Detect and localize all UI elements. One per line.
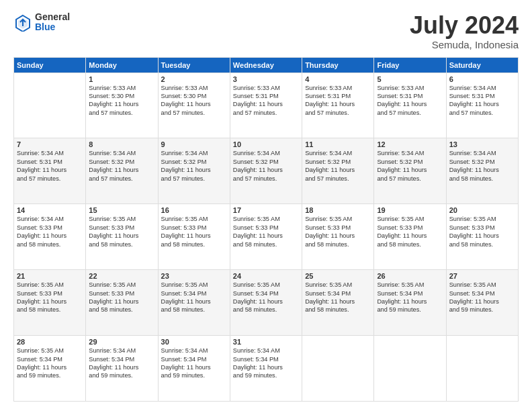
day-number: 5	[377, 75, 443, 83]
table-row: 13Sunrise: 5:34 AM Sunset: 5:32 PM Dayli…	[446, 138, 518, 204]
title-block: July 2024 Semuda, Indonesia	[410, 12, 519, 50]
calendar-header-row: Sunday Monday Tuesday Wednesday Thursday…	[14, 57, 519, 73]
day-number: 22	[89, 272, 154, 280]
table-row: 26Sunrise: 5:35 AM Sunset: 5:34 PM Dayli…	[374, 270, 446, 336]
logo-text: General Blue	[35, 12, 70, 33]
table-row: 17Sunrise: 5:35 AM Sunset: 5:33 PM Dayli…	[230, 204, 302, 270]
day-number: 10	[233, 140, 299, 148]
day-info: Sunrise: 5:35 AM Sunset: 5:33 PM Dayligh…	[89, 215, 154, 248]
col-thursday: Thursday	[302, 57, 374, 73]
day-number: 31	[233, 338, 299, 346]
table-row: 20Sunrise: 5:35 AM Sunset: 5:33 PM Dayli…	[446, 204, 518, 270]
day-info: Sunrise: 5:34 AM Sunset: 5:32 PM Dayligh…	[161, 149, 227, 183]
table-row: 9Sunrise: 5:34 AM Sunset: 5:32 PM Daylig…	[158, 138, 230, 204]
day-number: 8	[89, 140, 154, 148]
day-number: 18	[305, 206, 371, 214]
logo-icon	[13, 13, 32, 32]
day-number: 21	[17, 272, 83, 280]
calendar-week-1: 1Sunrise: 5:33 AM Sunset: 5:30 PM Daylig…	[14, 73, 519, 138]
day-info: Sunrise: 5:35 AM Sunset: 5:33 PM Dayligh…	[377, 215, 443, 248]
day-number: 25	[305, 272, 371, 280]
table-row: 16Sunrise: 5:35 AM Sunset: 5:33 PM Dayli…	[158, 204, 230, 270]
day-info: Sunrise: 5:34 AM Sunset: 5:31 PM Dayligh…	[449, 84, 515, 118]
table-row: 30Sunrise: 5:34 AM Sunset: 5:34 PM Dayli…	[158, 336, 230, 402]
day-info: Sunrise: 5:35 AM Sunset: 5:33 PM Dayligh…	[449, 215, 515, 248]
day-info: Sunrise: 5:35 AM Sunset: 5:34 PM Dayligh…	[377, 281, 443, 314]
day-info: Sunrise: 5:33 AM Sunset: 5:30 PM Dayligh…	[89, 84, 154, 118]
table-row: 7Sunrise: 5:34 AM Sunset: 5:31 PM Daylig…	[14, 138, 86, 204]
table-row: 6Sunrise: 5:34 AM Sunset: 5:31 PM Daylig…	[446, 73, 518, 138]
day-info: Sunrise: 5:35 AM Sunset: 5:34 PM Dayligh…	[161, 281, 227, 314]
col-sunday: Sunday	[14, 57, 86, 73]
table-row: 15Sunrise: 5:35 AM Sunset: 5:33 PM Dayli…	[86, 204, 158, 270]
table-row: 28Sunrise: 5:35 AM Sunset: 5:34 PM Dayli…	[14, 336, 86, 402]
calendar-week-3: 14Sunrise: 5:34 AM Sunset: 5:33 PM Dayli…	[14, 204, 519, 270]
table-row: 21Sunrise: 5:35 AM Sunset: 5:33 PM Dayli…	[14, 270, 86, 336]
day-info: Sunrise: 5:33 AM Sunset: 5:31 PM Dayligh…	[233, 84, 299, 118]
table-row: 12Sunrise: 5:34 AM Sunset: 5:32 PM Dayli…	[374, 138, 446, 204]
table-row: 31Sunrise: 5:34 AM Sunset: 5:34 PM Dayli…	[230, 336, 302, 402]
table-row: 1Sunrise: 5:33 AM Sunset: 5:30 PM Daylig…	[86, 73, 158, 138]
day-number: 3	[233, 75, 299, 83]
table-row: 24Sunrise: 5:35 AM Sunset: 5:34 PM Dayli…	[230, 270, 302, 336]
day-info: Sunrise: 5:35 AM Sunset: 5:33 PM Dayligh…	[89, 281, 154, 314]
table-row: 18Sunrise: 5:35 AM Sunset: 5:33 PM Dayli…	[302, 204, 374, 270]
day-info: Sunrise: 5:34 AM Sunset: 5:31 PM Dayligh…	[17, 149, 83, 183]
location-subtitle: Semuda, Indonesia	[410, 39, 519, 50]
day-number: 11	[305, 140, 371, 148]
table-row: 11Sunrise: 5:34 AM Sunset: 5:32 PM Dayli…	[302, 138, 374, 204]
day-number: 19	[377, 206, 443, 214]
calendar-week-5: 28Sunrise: 5:35 AM Sunset: 5:34 PM Dayli…	[14, 336, 519, 402]
day-info: Sunrise: 5:35 AM Sunset: 5:33 PM Dayligh…	[305, 215, 371, 248]
calendar-table: Sunday Monday Tuesday Wednesday Thursday…	[13, 57, 519, 402]
col-tuesday: Tuesday	[158, 57, 230, 73]
day-info: Sunrise: 5:35 AM Sunset: 5:34 PM Dayligh…	[449, 281, 515, 314]
day-info: Sunrise: 5:34 AM Sunset: 5:32 PM Dayligh…	[233, 149, 299, 183]
day-number: 24	[233, 272, 299, 280]
table-row: 3Sunrise: 5:33 AM Sunset: 5:31 PM Daylig…	[230, 73, 302, 138]
col-friday: Friday	[374, 57, 446, 73]
day-info: Sunrise: 5:34 AM Sunset: 5:34 PM Dayligh…	[161, 347, 227, 380]
day-info: Sunrise: 5:34 AM Sunset: 5:33 PM Dayligh…	[17, 215, 83, 248]
day-number: 27	[449, 272, 515, 280]
table-row: 19Sunrise: 5:35 AM Sunset: 5:33 PM Dayli…	[374, 204, 446, 270]
header: General Blue July 2024 Semuda, Indonesia	[13, 12, 519, 50]
day-number: 4	[305, 75, 371, 83]
day-info: Sunrise: 5:33 AM Sunset: 5:31 PM Dayligh…	[305, 84, 371, 118]
day-info: Sunrise: 5:35 AM Sunset: 5:34 PM Dayligh…	[233, 281, 299, 314]
table-row: 10Sunrise: 5:34 AM Sunset: 5:32 PM Dayli…	[230, 138, 302, 204]
day-number: 1	[89, 75, 154, 83]
table-row: 29Sunrise: 5:34 AM Sunset: 5:34 PM Dayli…	[86, 336, 158, 402]
day-info: Sunrise: 5:34 AM Sunset: 5:32 PM Dayligh…	[305, 149, 371, 183]
day-number: 28	[17, 338, 83, 346]
table-row: 14Sunrise: 5:34 AM Sunset: 5:33 PM Dayli…	[14, 204, 86, 270]
col-saturday: Saturday	[446, 57, 518, 73]
day-number: 29	[89, 338, 154, 346]
day-number: 20	[449, 206, 515, 214]
table-row	[14, 73, 86, 138]
day-info: Sunrise: 5:34 AM Sunset: 5:34 PM Dayligh…	[233, 347, 299, 380]
day-number: 26	[377, 272, 443, 280]
table-row: 8Sunrise: 5:34 AM Sunset: 5:32 PM Daylig…	[86, 138, 158, 204]
page: General Blue July 2024 Semuda, Indonesia…	[0, 0, 532, 411]
day-info: Sunrise: 5:35 AM Sunset: 5:34 PM Dayligh…	[305, 281, 371, 314]
table-row: 25Sunrise: 5:35 AM Sunset: 5:34 PM Dayli…	[302, 270, 374, 336]
table-row: 22Sunrise: 5:35 AM Sunset: 5:33 PM Dayli…	[86, 270, 158, 336]
day-number: 15	[89, 206, 154, 214]
col-wednesday: Wednesday	[230, 57, 302, 73]
day-info: Sunrise: 5:35 AM Sunset: 5:33 PM Dayligh…	[233, 215, 299, 248]
table-row: 5Sunrise: 5:33 AM Sunset: 5:31 PM Daylig…	[374, 73, 446, 138]
day-number: 7	[17, 140, 83, 148]
day-info: Sunrise: 5:35 AM Sunset: 5:34 PM Dayligh…	[17, 347, 83, 380]
day-info: Sunrise: 5:34 AM Sunset: 5:32 PM Dayligh…	[89, 149, 154, 183]
logo: General Blue	[13, 12, 70, 33]
day-number: 9	[161, 140, 227, 148]
table-row: 27Sunrise: 5:35 AM Sunset: 5:34 PM Dayli…	[446, 270, 518, 336]
day-info: Sunrise: 5:34 AM Sunset: 5:32 PM Dayligh…	[377, 149, 443, 183]
col-monday: Monday	[86, 57, 158, 73]
table-row	[446, 336, 518, 402]
day-number: 16	[161, 206, 227, 214]
day-info: Sunrise: 5:34 AM Sunset: 5:32 PM Dayligh…	[449, 149, 515, 183]
table-row	[374, 336, 446, 402]
logo-general-text: General	[35, 12, 70, 22]
